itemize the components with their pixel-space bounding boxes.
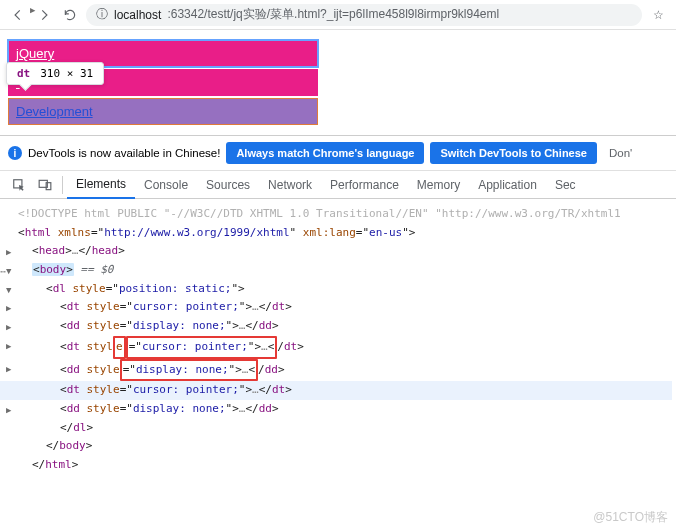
page-viewport: jQuery dt310 × 31 Development bbox=[0, 30, 676, 135]
tooltip-tag: dt bbox=[17, 67, 30, 80]
tab-security[interactable]: Sec bbox=[546, 171, 585, 199]
tab-elements[interactable]: Elements bbox=[67, 171, 135, 199]
elements-source[interactable]: <!DOCTYPE html PUBLIC "-//W3C//DTD XHTML… bbox=[0, 199, 676, 481]
tab-application[interactable]: Application bbox=[469, 171, 546, 199]
inspect-icon[interactable] bbox=[6, 178, 32, 192]
html-close-line: </html> bbox=[18, 456, 672, 475]
bookmark-icon[interactable]: ☆ bbox=[648, 8, 668, 22]
head-line: ▶<head>…</head> bbox=[18, 242, 672, 261]
forward-icon[interactable] bbox=[34, 5, 54, 25]
url-path: :63342/testt/jq实验/菜单.html?_ijt=p6lIme458… bbox=[167, 6, 499, 23]
body-close-line: </body> bbox=[18, 437, 672, 456]
language-banner: i DevTools is now available in Chinese! … bbox=[0, 136, 676, 171]
doctype-line: <!DOCTYPE html PUBLIC "-//W3C//DTD XHTML… bbox=[18, 205, 672, 224]
dl-close-line: </dl> bbox=[18, 419, 672, 438]
watermark: @51CTO博客 bbox=[593, 509, 668, 526]
url-host: localhost bbox=[114, 8, 161, 22]
tab-console[interactable]: Console bbox=[135, 171, 197, 199]
dd-line-2: ▶<dd style="display: none;">…</dd> bbox=[18, 359, 672, 382]
browser-toolbar: ⓘ localhost:63342/testt/jq实验/菜单.html?_ij… bbox=[0, 0, 676, 30]
body-open-line: ⋯▼<body> == $0 bbox=[18, 261, 672, 280]
devtools-tabs: Elements Console Sources Network Perform… bbox=[0, 171, 676, 199]
tab-network[interactable]: Network bbox=[259, 171, 321, 199]
html-open-line: <html xmlns="http://www.w3.org/1999/xhtm… bbox=[18, 224, 672, 243]
address-bar[interactable]: ⓘ localhost:63342/testt/jq实验/菜单.html?_ij… bbox=[86, 4, 642, 26]
dd-line-3: ▶<dd style="display: none;">…</dd> bbox=[18, 400, 672, 419]
always-match-button[interactable]: Always match Chrome's language bbox=[226, 142, 424, 164]
menu-dd-development[interactable]: Development bbox=[8, 98, 318, 125]
tab-sources[interactable]: Sources bbox=[197, 171, 259, 199]
switch-devtools-button[interactable]: Switch DevTools to Chinese bbox=[430, 142, 597, 164]
devtools-panel: i DevTools is now available in Chinese! … bbox=[0, 135, 676, 481]
dt-line-1: ▶<dt style="cursor: pointer;">…</dt> bbox=[18, 298, 672, 317]
reload-icon[interactable] bbox=[60, 5, 80, 25]
tab-memory[interactable]: Memory bbox=[408, 171, 469, 199]
back-icon[interactable] bbox=[8, 5, 28, 25]
banner-text: DevTools is now available in Chinese! bbox=[28, 147, 220, 159]
dl-open-line: ▼<dl style="position: static;"> bbox=[18, 280, 672, 299]
info-icon: ⓘ bbox=[96, 6, 108, 23]
tab-performance[interactable]: Performance bbox=[321, 171, 408, 199]
element-dimensions-tooltip: dt310 × 31 bbox=[6, 62, 104, 85]
info-circle-icon: i bbox=[8, 146, 22, 160]
device-icon[interactable] bbox=[32, 178, 58, 192]
dd-line-1: ▶<dd style="display: none;">…</dd> bbox=[18, 317, 672, 336]
dont-show-button[interactable]: Don' bbox=[603, 142, 638, 164]
dt-line-2: ▶<dt style="cursor: pointer;">…</dt> bbox=[18, 336, 672, 359]
tooltip-size: 310 × 31 bbox=[40, 67, 93, 80]
dt-line-3: ▶<dt style="cursor: pointer;">…</dt> bbox=[0, 381, 672, 400]
